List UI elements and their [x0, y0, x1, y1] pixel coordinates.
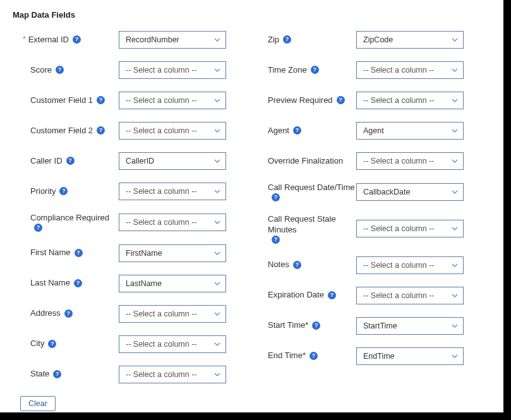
select-city[interactable]: -- Select a column -- [119, 335, 226, 353]
field-label-cell: Priority? [13, 186, 119, 197]
help-icon[interactable]: ? [74, 279, 82, 287]
chevron-down-icon [214, 189, 220, 193]
chevron-down-icon [214, 282, 220, 285]
select-preview-required[interactable]: -- Select a column -- [356, 92, 464, 109]
field-label-cell: State? [13, 369, 119, 380]
field-label: Preview Required [268, 95, 333, 106]
select-call-request-stale-minutes[interactable]: -- Select a column -- [356, 220, 464, 237]
field-label: Priority [30, 186, 56, 197]
chevron-down-icon [452, 99, 458, 102]
help-icon[interactable]: ? [66, 157, 75, 165]
select-value: -- Select a column -- [126, 370, 197, 379]
help-icon[interactable]: ? [64, 309, 73, 318]
select-override-finalization[interactable]: -- Select a column -- [356, 152, 464, 170]
chevron-down-icon [214, 342, 220, 346]
select-customer-field-2[interactable]: -- Select a column -- [119, 122, 226, 140]
chevron-down-icon [214, 38, 220, 42]
chevron-down-icon [452, 354, 458, 358]
help-icon[interactable]: ? [53, 370, 61, 378]
chevron-down-icon [214, 68, 220, 72]
field-label: Call Request Date/Time [268, 183, 355, 193]
help-icon[interactable]: ? [293, 261, 301, 269]
select-end-time[interactable]: EndTime [356, 347, 464, 365]
help-icon[interactable]: ? [312, 321, 320, 330]
help-icon[interactable]: ? [328, 291, 336, 299]
chevron-down-icon [214, 220, 220, 224]
chevron-down-icon [214, 373, 220, 376]
select-call-request-datetime[interactable]: CallbackDate [356, 183, 464, 201]
select-state[interactable]: -- Select a column -- [119, 366, 226, 383]
chevron-down-icon [452, 159, 458, 163]
select-zip[interactable]: ZipCode [356, 31, 464, 49]
help-icon[interactable]: ? [75, 249, 83, 257]
select-value: Agent [363, 126, 384, 135]
field-label-cell: Call Request Stale Minutes? [250, 214, 356, 244]
field-label: Time Zone [268, 65, 307, 76]
help-icon[interactable]: ? [310, 352, 318, 360]
select-agent[interactable]: Agent [356, 122, 464, 140]
select-value: -- Select a column -- [363, 96, 435, 105]
help-icon[interactable]: ? [97, 126, 105, 135]
field-row-preview-required: Preview Required?-- Select a column -- [250, 92, 464, 109]
select-caller-id[interactable]: CallerID [119, 152, 226, 170]
help-icon[interactable]: ? [48, 340, 56, 348]
field-label-cell: City? [13, 339, 119, 349]
select-compliance-required[interactable]: -- Select a column -- [119, 213, 226, 231]
select-priority[interactable]: -- Select a column -- [119, 183, 226, 200]
help-icon[interactable]: ? [56, 66, 64, 74]
field-label: First Name [30, 248, 71, 258]
select-first-name[interactable]: FirstName [119, 244, 226, 262]
select-value: StartTime [363, 321, 397, 330]
field-label-cell: Notes? [250, 260, 356, 270]
select-last-name[interactable]: LastName [119, 275, 226, 292]
help-icon[interactable]: ? [311, 66, 319, 74]
field-row-customer-field-2: Customer Field 2?-- Select a column -- [13, 122, 226, 140]
select-address[interactable]: -- Select a column -- [119, 305, 226, 323]
chevron-down-icon [214, 129, 220, 133]
select-time-zone[interactable]: -- Select a column -- [356, 61, 464, 79]
field-label-cell: Compliance Required? [13, 213, 119, 232]
field-label: State [30, 369, 49, 380]
field-label-cell: Time Zone? [250, 65, 356, 76]
select-notes[interactable]: -- Select a column -- [356, 256, 464, 274]
chevron-down-icon [452, 294, 458, 297]
help-icon[interactable]: ? [34, 224, 42, 232]
help-icon[interactable]: ? [293, 126, 301, 135]
help-icon[interactable]: ? [59, 187, 68, 195]
field-label: Score [30, 65, 52, 76]
select-expiration-date[interactable]: -- Select a column -- [356, 287, 464, 304]
field-label: Customer Field 2 [30, 126, 93, 136]
select-start-time[interactable]: StartTime [356, 317, 464, 335]
help-icon[interactable]: ? [272, 193, 280, 201]
chevron-down-icon [452, 263, 458, 267]
field-row-external-id: *External ID?RecordNumber [13, 31, 226, 49]
select-value: -- Select a column -- [126, 187, 197, 196]
field-label: City [30, 339, 44, 349]
select-external-id[interactable]: RecordNumber [119, 31, 226, 49]
help-icon[interactable]: ? [97, 96, 105, 104]
select-customer-field-1[interactable]: -- Select a column -- [119, 92, 226, 109]
select-value: -- Select a column -- [126, 126, 197, 135]
field-label-cell: Score? [13, 65, 119, 76]
map-data-fields-panel: Map Data Fields *External ID?RecordNumbe… [0, 0, 503, 412]
help-icon[interactable]: ? [283, 35, 291, 44]
chevron-down-icon [214, 159, 220, 163]
select-value: -- Select a column -- [363, 291, 435, 300]
help-icon[interactable]: ? [73, 35, 81, 44]
left-column: *External ID?RecordNumberScore?-- Select… [13, 31, 226, 383]
field-row-expiration-date: Expiration Date?-- Select a column -- [250, 287, 464, 304]
select-value: FirstName [126, 249, 162, 258]
select-value: -- Select a column -- [126, 218, 197, 227]
clear-button[interactable]: Clear [20, 396, 56, 411]
field-label-cell: Preview Required? [250, 95, 356, 106]
help-icon[interactable]: ? [272, 236, 280, 244]
field-row-state: State?-- Select a column -- [13, 366, 226, 383]
field-label: Notes [268, 260, 289, 270]
field-label-cell: Customer Field 2? [13, 126, 119, 136]
field-row-first-name: First Name?FirstName [13, 244, 226, 262]
select-value: CallbackDate [363, 188, 410, 196]
help-icon[interactable]: ? [337, 96, 345, 104]
field-label: End Time* [268, 351, 306, 361]
select-score[interactable]: -- Select a column -- [119, 61, 226, 79]
chevron-down-icon [452, 38, 458, 42]
